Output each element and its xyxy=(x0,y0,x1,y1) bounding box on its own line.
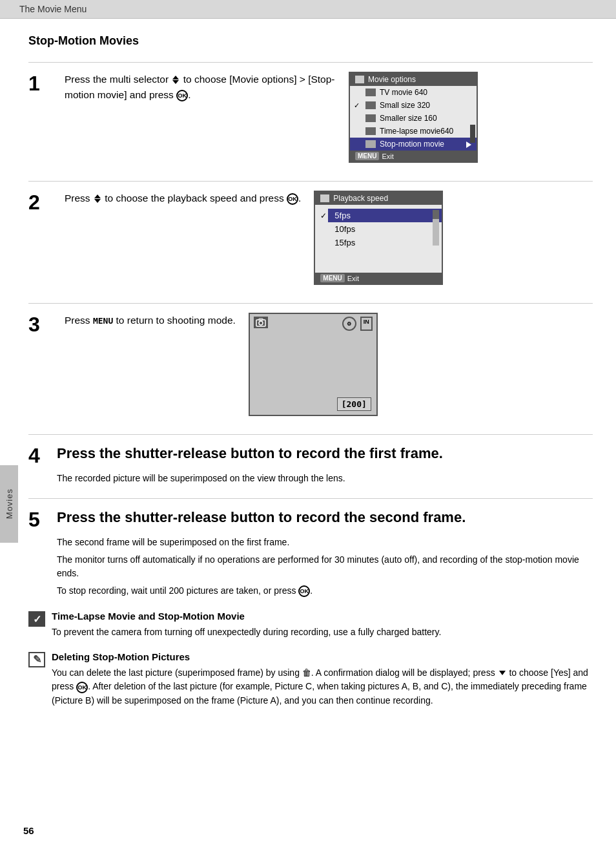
label-timelapse640: Time-lapse movie640 xyxy=(380,127,453,136)
fps-15: 15fps xyxy=(328,236,442,249)
menu-1-title: Movie options xyxy=(350,73,477,86)
menu-item-timelapse640: Time-lapse movie640 xyxy=(350,125,477,138)
vf-camera-icon xyxy=(254,317,268,328)
svg-point-1 xyxy=(259,321,263,325)
step-4-text: Press the shutter-release button to reco… xyxy=(57,444,443,463)
playback-spacer xyxy=(315,253,442,273)
side-label: Movies xyxy=(0,465,18,543)
vf-bottom: [200] xyxy=(337,397,371,411)
step-3-number: 3 xyxy=(28,314,54,335)
playback-item-5fps: ✓ 5fps xyxy=(315,209,442,222)
label-stopmotion: Stop-motion movie xyxy=(380,140,444,149)
step-4-desc: The recorded picture will be superimpose… xyxy=(57,472,593,485)
vf-circle-icon: ⚙ xyxy=(342,317,356,331)
scroll-thumb-1 xyxy=(470,125,475,143)
step-5-row: 5 Press the shutter-release button to re… xyxy=(28,508,593,532)
playback-items: ✓ 5fps 10fps 15fps xyxy=(315,205,442,253)
step-2-number: 2 xyxy=(28,192,54,213)
step-1-text: Press the multi selector to choose [Movi… xyxy=(65,72,336,103)
step-2-content: Press to choose the playback speed and p… xyxy=(65,191,301,206)
label-smaller160: Smaller size 160 xyxy=(380,114,437,123)
step-5-desc-2: The monitor turns off automatically if n… xyxy=(57,553,593,580)
step-3: 3 Press MENU to return to shooting mode. xyxy=(28,303,593,416)
exit-label-1: Exit xyxy=(382,152,393,160)
step-1: 1 Press the multi selector to choose [Mo… xyxy=(28,62,593,163)
playback-title-text: Playback speed xyxy=(333,194,388,203)
menu-1-title-text: Movie options xyxy=(368,75,416,84)
arrow-updown-1 xyxy=(172,76,179,84)
vf-counter-bracket-left: [ xyxy=(342,399,347,409)
playback-item-15fps: 15fps xyxy=(315,236,442,249)
fps-5-selected: 5fps xyxy=(328,209,442,222)
viewfinder: ⚙ IN [200] xyxy=(249,313,378,416)
note-timelapse-body: To prevent the camera from turning off u… xyxy=(52,625,441,640)
fps-10: 10fps xyxy=(328,222,442,236)
vf-top-right: ⚙ IN xyxy=(342,317,373,331)
check-note-icon: ✓ xyxy=(28,611,45,627)
step-4-row: 4 Press the shutter-release button to re… xyxy=(28,444,593,468)
menu-item-tv640: TV movie 640 xyxy=(350,86,477,99)
label-tv640: TV movie 640 xyxy=(380,88,427,97)
step-2-row: Press to choose the playback speed and p… xyxy=(65,191,443,285)
note-deleting-content: Deleting Stop-Motion Pictures You can de… xyxy=(52,651,593,708)
step-4: 4 Press the shutter-release button to re… xyxy=(28,434,593,485)
vf-counter-bracket-right: ] xyxy=(362,399,367,409)
step-3-content: Press MENU to return to shooting mode. xyxy=(65,313,236,328)
ok-btn-5: OK xyxy=(298,585,310,597)
icon-timelapse640 xyxy=(365,127,376,135)
exit-label-2: Exit xyxy=(347,275,359,282)
check-5fps: ✓ xyxy=(315,211,328,220)
movie-icon-1 xyxy=(355,76,364,83)
step-1-row: Press the multi selector to choose [Movi… xyxy=(65,72,478,163)
page-number: 56 xyxy=(23,825,34,836)
label-small320: Small size 320 xyxy=(380,101,430,110)
vf-in-icon: IN xyxy=(360,317,373,331)
step-1-number: 1 xyxy=(28,73,54,94)
icon-smaller160 xyxy=(365,114,376,122)
step-5-desc-3: To stop recording, wait until 200 pictur… xyxy=(57,584,593,598)
step-2: 2 Press to choose the playback speed and… xyxy=(28,181,593,285)
side-label-text: Movies xyxy=(5,488,14,519)
playback-footer: MENU Exit xyxy=(315,273,442,284)
menu-btn-2: MENU xyxy=(320,274,344,282)
movie-icon-playback xyxy=(320,194,329,202)
menu-item-smaller160: Smaller size 160 xyxy=(350,112,477,125)
menu-1-footer: MENU Exit xyxy=(350,151,477,162)
step-5-text: Press the shutter-release button to reco… xyxy=(57,508,466,527)
vf-circle-text: ⚙ xyxy=(347,321,351,327)
step-1-content: Press the multi selector to choose [Movi… xyxy=(65,72,336,103)
playback-item-10fps: 10fps xyxy=(315,222,442,236)
vf-top: ⚙ IN xyxy=(250,314,376,333)
menu-keyword: MENU xyxy=(93,316,113,326)
header-title: The Movie Menu xyxy=(19,4,87,14)
note-timelapse-title: Time-Lapse Movie and Stop-Motion Movie xyxy=(52,611,441,622)
playback-box: Playback speed ✓ 5fps 10fps xyxy=(314,191,443,285)
icon-tv640 xyxy=(365,89,376,96)
note-deleting-title: Deleting Stop-Motion Pictures xyxy=(52,651,593,662)
step-3-text: Press MENU to return to shooting mode. xyxy=(65,313,236,328)
icon-small320 xyxy=(365,101,376,109)
ok-btn-note: OK xyxy=(76,682,88,693)
note-timelapse-content: Time-Lapse Movie and Stop-Motion Movie T… xyxy=(52,611,441,640)
note-deleting: ✎ Deleting Stop-Motion Pictures You can … xyxy=(28,651,593,708)
step-5-number: 5 xyxy=(28,508,57,532)
note-timelapse: ✓ Time-Lapse Movie and Stop-Motion Movie… xyxy=(28,611,593,640)
menu-item-stopmotion: Stop-motion movie xyxy=(350,138,477,151)
menu-item-small320: ✓ Small size 320 xyxy=(350,99,477,112)
step-2-text: Press to choose the playback speed and p… xyxy=(65,191,301,206)
ok-btn-2: OK xyxy=(287,193,298,205)
arrow-updown-2 xyxy=(94,194,101,203)
icon-stopmotion xyxy=(365,140,376,148)
step-5-desc-1: The second frame will be superimposed on… xyxy=(57,536,593,549)
ok-btn-1: OK xyxy=(176,90,188,101)
playback-title: Playback speed xyxy=(315,192,442,205)
scroll-thumb-play xyxy=(433,210,439,219)
step-5: 5 Press the shutter-release button to re… xyxy=(28,498,593,598)
step-3-row: Press MENU to return to shooting mode. xyxy=(65,313,378,416)
step-4-number: 4 xyxy=(28,444,57,468)
menu-1-items: TV movie 640 ✓ Small size 320 Smaller si… xyxy=(350,86,477,151)
section-title: Stop-Motion Movies xyxy=(28,34,593,48)
step-1-menu: Movie options TV movie 640 ✓ Small size … xyxy=(349,72,478,163)
note-deleting-body: You can delete the last picture (superim… xyxy=(52,666,593,708)
pencil-note-icon: ✎ xyxy=(28,652,45,667)
